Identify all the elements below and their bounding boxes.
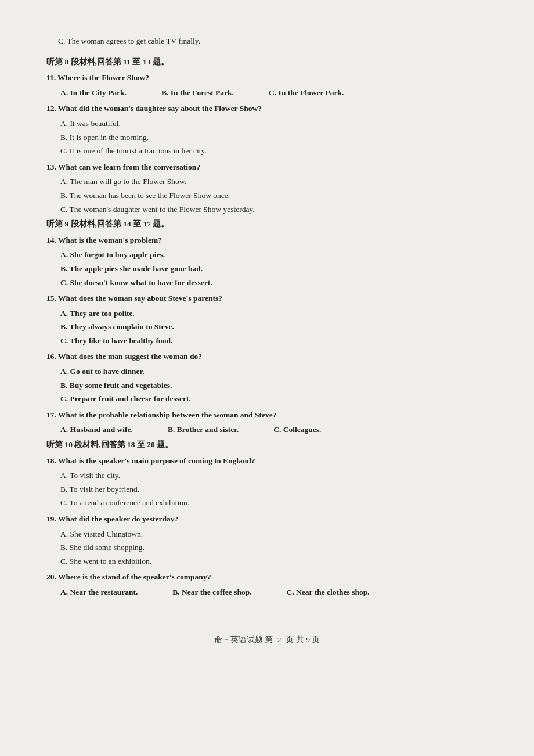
q19-option-c: C. She went to an exhibition.: [46, 555, 488, 568]
question-12-text: 12. What did the woman's daughter say ab…: [46, 102, 488, 115]
q13-option-b: B. The woman has been to see the Flower …: [46, 189, 488, 202]
question-17: 17. What is the probable relationship be…: [46, 409, 488, 436]
q11-option-a: A. In the City Park.: [60, 87, 127, 99]
question-20: 20. Where is the stand of the speaker's …: [46, 571, 488, 598]
question-11: 11. Where is the Flower Show? A. In the …: [46, 71, 488, 99]
question-16-text: 16. What does the man suggest the woman …: [46, 350, 488, 363]
q14-option-b: B. The apple pies she made have gone bad…: [46, 262, 488, 275]
q13-option-c: C. The woman's daughter went to the Flow…: [46, 203, 488, 216]
section-8: 听第 8 段材料,回答第 11 至 13 题。 11. Where is the…: [46, 56, 488, 216]
q16-option-a: A. Go out to have dinner.: [46, 365, 488, 378]
q16-option-c: C. Prepare fruit and cheese for dessert.: [46, 393, 488, 405]
q20-option-a: A. Near the restaurant.: [60, 586, 138, 599]
q19-option-b: B. She did some shopping.: [46, 541, 488, 554]
q18-option-a: A. To visit the city.: [46, 469, 488, 482]
q11-option-b: B. In the Forest Park.: [161, 87, 234, 99]
q18-option-b: B. To visit her boyfriend.: [46, 483, 488, 496]
section-10-header: 听第 10 段材料,回答第 18 至 20 题。: [46, 438, 488, 451]
question-19: 19. What did the speaker do yesterday? A…: [46, 513, 488, 567]
question-18-text: 18. What is the speaker's main purpose o…: [46, 455, 488, 467]
question-11-text: 11. Where is the Flower Show?: [46, 71, 488, 84]
q15-option-b: B. They always complain to Steve.: [46, 321, 488, 333]
top-answer-line: C. The woman agrees to get cable TV fina…: [46, 35, 488, 48]
q17-option-b: B. Brother and sister.: [168, 423, 239, 436]
q15-option-a: A. They are too polite.: [46, 307, 488, 320]
question-20-options: A. Near the restaurant. B. Near the coff…: [46, 586, 488, 599]
q12-option-a: A. It was beautiful.: [46, 117, 488, 130]
page-footer: 命－英语试题 第 -2- 页 共 9 页: [46, 633, 488, 646]
question-15-text: 15. What does the woman say about Steve'…: [46, 292, 488, 305]
q17-option-c: C. Colleagues.: [273, 423, 321, 436]
section-8-header: 听第 8 段材料,回答第 11 至 13 题。: [46, 56, 488, 69]
question-19-text: 19. What did the speaker do yesterday?: [46, 513, 488, 525]
question-18: 18. What is the speaker's main purpose o…: [46, 455, 488, 509]
q15-option-c: C. They like to have healthy food.: [46, 334, 488, 347]
question-20-text: 20. Where is the stand of the speaker's …: [46, 571, 488, 584]
question-14-text: 14. What is the woman's problem?: [46, 234, 488, 247]
section-9-header: 听第 9 段材料,回答第 14 至 17 题。: [46, 218, 488, 231]
q12-option-c: C. It is one of the tourist attractions …: [46, 145, 488, 157]
q18-option-c: C. To attend a conference and exhibition…: [46, 496, 488, 509]
question-13: 13. What can we learn from the conversat…: [46, 161, 488, 215]
q12-option-b: B. It is open in the morning.: [46, 131, 488, 144]
section-10: 听第 10 段材料,回答第 18 至 20 题。 18. What is the…: [46, 438, 488, 599]
q20-option-b: B. Near the coffee shop.: [172, 586, 251, 599]
q19-option-a: A. She visited Chinatown.: [46, 528, 488, 541]
q20-option-c: C. Near the clothes shop.: [287, 586, 370, 599]
question-13-text: 13. What can we learn from the conversat…: [46, 161, 488, 174]
q13-option-a: A. The man will go to the Flower Show.: [46, 175, 488, 188]
top-answer-text: C. The woman agrees to get cable TV fina…: [58, 37, 200, 45]
question-15: 15. What does the woman say about Steve'…: [46, 292, 488, 347]
q17-option-a: A. Husband and wife.: [60, 423, 133, 436]
question-17-text: 17. What is the probable relationship be…: [46, 409, 488, 422]
question-11-options: A. In the City Park. B. In the Forest Pa…: [46, 87, 488, 99]
q11-option-c: C. In the Flower Park.: [269, 87, 344, 99]
q14-option-c: C. She doesn't know what to have for des…: [46, 276, 488, 289]
q16-option-b: B. Buy some fruit and vegetables.: [46, 379, 488, 392]
question-16: 16. What does the man suggest the woman …: [46, 350, 488, 405]
section-9: 听第 9 段材料,回答第 14 至 17 题。 14. What is the …: [46, 218, 488, 436]
footer-text: 命－英语试题 第 -2- 页 共 9 页: [214, 635, 320, 644]
question-14: 14. What is the woman's problem? A. She …: [46, 234, 488, 289]
question-12: 12. What did the woman's daughter say ab…: [46, 102, 488, 157]
question-17-options: A. Husband and wife. B. Brother and sist…: [46, 423, 488, 436]
q14-option-a: A. She forgot to buy apple pies.: [46, 249, 488, 261]
